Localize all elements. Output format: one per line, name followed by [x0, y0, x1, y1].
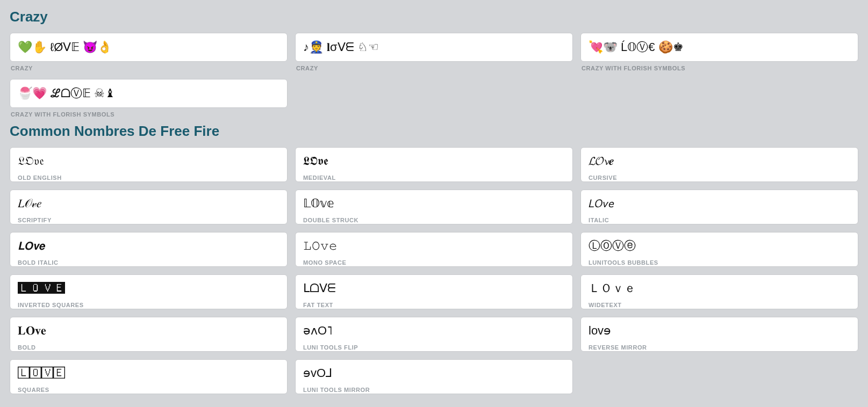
font-card[interactable]: 𝙻𝙾𝚟𝚎 MONO SPACE: [295, 232, 573, 267]
font-sample: ᒪᗝᐯᗴ: [303, 280, 565, 296]
font-label: OLD ENGLISH: [18, 175, 279, 181]
font-sample: ♪👮 𝐥σᐯᗴ ♘☜: [303, 40, 565, 55]
font-card[interactable]: 🅻🅾🆅🅴 INVERTED SQUARES: [10, 274, 288, 309]
font-sample: ǝʌO˥: [303, 323, 565, 339]
font-sample: 🍧💗 ℒᗝⓋ𝔼 ☠♝: [18, 86, 279, 101]
font-card[interactable]: 𝕃𝕆𝕧𝕖 DOUBLE STRUCK: [295, 190, 573, 224]
font-card[interactable]: lovɘ REVERSE MIRROR: [580, 317, 858, 352]
font-label: BOLD: [18, 344, 279, 351]
font-label: LUNI TOOLS FLIP: [303, 344, 565, 351]
font-sample: 𝘓𝘖𝘷𝘦: [589, 195, 850, 212]
font-label: CRAZY WITH FLORISH SYMBOLS: [582, 65, 858, 71]
font-sample: ＬＯｖｅ: [589, 280, 850, 296]
font-card[interactable]: ǝʌO˥ LUNI TOOLS FLIP: [295, 317, 573, 352]
font-card[interactable]: ⓁⓄⓋⓔ LUNITOOLS BUBBLES: [580, 232, 858, 267]
font-card[interactable]: 𝓛𝓞𝓿𝒆 CURSIVE: [580, 147, 858, 182]
font-label: SCRIPTIFY: [18, 217, 279, 223]
font-label: WIDETEXT: [589, 302, 850, 308]
font-label: CRAZY: [296, 65, 573, 71]
font-sample: 𝕃𝕆𝕧𝕖: [303, 195, 565, 212]
font-label: FAT TEXT: [303, 302, 565, 308]
font-card[interactable]: ɘvO⅃ LUNI TOOLS MIRROR: [295, 359, 573, 394]
font-sample: 𝕷𝕺𝖛𝖊: [303, 153, 565, 169]
font-card[interactable]: 𝕷𝕺𝖛𝖊 MEDIEVAL: [295, 147, 573, 182]
crazy-grid: 💚✋ ℓØᐯ𝔼 😈👌 CRAZY ♪👮 𝐥σᐯᗴ ♘☜ CRAZY 💘🐨 Ĺ𝕆Ⓥ…: [10, 33, 858, 118]
section-title-crazy: Crazy: [10, 9, 858, 25]
font-label: ITALIC: [589, 217, 850, 223]
font-sample: 𝐿𝒪𝓋𝑒: [18, 195, 279, 212]
font-sample: ⓁⓄⓋⓔ: [589, 238, 850, 254]
font-sample: 💘🐨 Ĺ𝕆Ⓥ€ 🍪♚: [589, 40, 850, 55]
font-label: CRAZY WITH FLORISH SYMBOLS: [11, 111, 288, 118]
font-card[interactable]: 🄻🄾🅅🄴 SQUARES: [10, 359, 288, 394]
font-label: LUNI TOOLS MIRROR: [303, 387, 565, 393]
font-card[interactable]: 𝔏𝔒𝔳𝔢 OLD ENGLISH: [10, 147, 288, 182]
font-card[interactable]: 💘🐨 Ĺ𝕆Ⓥ€ 🍪♚: [580, 33, 858, 62]
font-card[interactable]: 𝐿𝒪𝓋𝑒 SCRIPTIFY: [10, 190, 288, 224]
font-label: INVERTED SQUARES: [18, 302, 279, 308]
font-card[interactable]: 💚✋ ℓØᐯ𝔼 😈👌: [10, 33, 288, 62]
font-label: LUNITOOLS BUBBLES: [589, 259, 850, 266]
font-sample: ɘvO⅃: [303, 365, 565, 381]
font-card[interactable]: 𝙇𝙊𝙫𝙚 BOLD ITALIC: [10, 232, 288, 267]
font-label: BOLD ITALIC: [18, 259, 279, 266]
section-title-common: Common Nombres De Free Fire: [10, 123, 858, 140]
font-card[interactable]: ♪👮 𝐥σᐯᗴ ♘☜: [295, 33, 573, 62]
font-label: CURSIVE: [589, 175, 850, 181]
common-grid: 𝔏𝔒𝔳𝔢 OLD ENGLISH 𝕷𝕺𝖛𝖊 MEDIEVAL 𝓛𝓞𝓿𝒆 CURS…: [10, 147, 858, 394]
font-sample: lovɘ: [589, 323, 850, 339]
font-sample: 💚✋ ℓØᐯ𝔼 😈👌: [18, 40, 279, 55]
font-sample: 𝓛𝓞𝓿𝒆: [589, 153, 850, 169]
font-label: MONO SPACE: [303, 259, 565, 266]
font-card[interactable]: ᒪᗝᐯᗴ FAT TEXT: [295, 274, 573, 309]
font-sample: 🄻🄾🅅🄴: [18, 365, 279, 381]
font-sample: 𝐋𝐎𝐯𝐞: [18, 323, 279, 339]
font-label: SQUARES: [18, 387, 279, 393]
font-card[interactable]: 𝘓𝘖𝘷𝘦 ITALIC: [580, 190, 858, 224]
font-label: REVERSE MIRROR: [589, 344, 850, 351]
font-sample: 🅻🅾🆅🅴: [18, 280, 279, 296]
font-sample: 𝔏𝔒𝔳𝔢: [18, 153, 279, 169]
font-card[interactable]: 🍧💗 ℒᗝⓋ𝔼 ☠♝: [10, 79, 288, 108]
font-label: DOUBLE STRUCK: [303, 217, 565, 223]
font-sample: 𝙻𝙾𝚟𝚎: [303, 238, 565, 254]
font-label: CRAZY: [11, 65, 288, 71]
font-card[interactable]: ＬＯｖｅ WIDETEXT: [580, 274, 858, 309]
font-sample: 𝙇𝙊𝙫𝙚: [18, 238, 279, 254]
font-card[interactable]: 𝐋𝐎𝐯𝐞 BOLD: [10, 317, 288, 352]
font-label: MEDIEVAL: [303, 175, 565, 181]
